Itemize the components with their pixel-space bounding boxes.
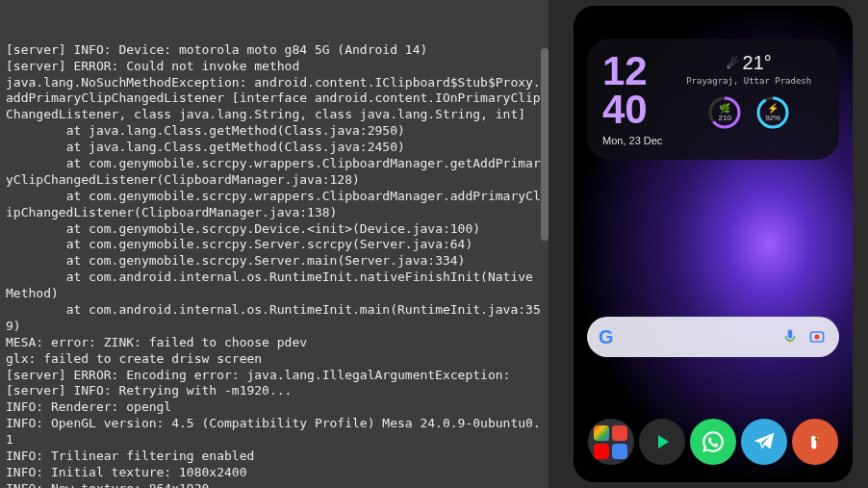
google-logo-icon: G: [599, 326, 614, 348]
aqi-value: 210: [719, 114, 731, 122]
clock-minutes: 40: [602, 90, 662, 129]
weather-location: Prayagraj, Uttar Pradesh: [686, 76, 811, 86]
google-folder-icon[interactable]: [588, 419, 634, 465]
clock-hours: 12: [602, 52, 662, 90]
whatsapp-icon[interactable]: [690, 419, 736, 465]
terminal-scrollbar[interactable]: [541, 48, 549, 241]
weather-icon: ☄: [727, 56, 739, 71]
aqi-icon: 🌿: [719, 103, 730, 114]
terminal-output: [server] INFO: Device: motorola moto g84…: [6, 42, 543, 488]
status-bar: [574, 6, 853, 25]
phone-mirror-pane: 12 40 Mon, 23 Dec ☄ 21° Prayagraj, Uttar…: [558, 0, 868, 488]
battery-value: 92%: [765, 114, 780, 122]
aqi-ring[interactable]: 🌿 210: [707, 95, 742, 130]
svg-point-6: [815, 335, 820, 340]
mic-icon[interactable]: [779, 326, 801, 347]
pane-divider: [549, 0, 558, 488]
phone-screen[interactable]: 12 40 Mon, 23 Dec ☄ 21° Prayagraj, Uttar…: [574, 6, 853, 482]
play-app-icon[interactable]: [639, 419, 685, 465]
app-dock: [574, 419, 853, 465]
weather-temp: 21°: [743, 52, 772, 74]
battery-ring[interactable]: ⚡ 92%: [755, 95, 790, 130]
google-search-bar[interactable]: G: [587, 317, 839, 357]
terminal-pane[interactable]: [server] INFO: Device: motorola moto g84…: [0, 0, 549, 488]
battery-icon: ⚡: [767, 103, 779, 114]
telegram-icon[interactable]: [741, 419, 787, 465]
clock-date: Mon, 23 Dec: [602, 135, 662, 146]
clock-weather-widget[interactable]: 12 40 Mon, 23 Dec ☄ 21° Prayagraj, Uttar…: [587, 39, 839, 160]
svg-rect-4: [789, 342, 791, 344]
lens-icon[interactable]: [806, 326, 828, 347]
duckduckgo-icon[interactable]: [792, 419, 838, 465]
